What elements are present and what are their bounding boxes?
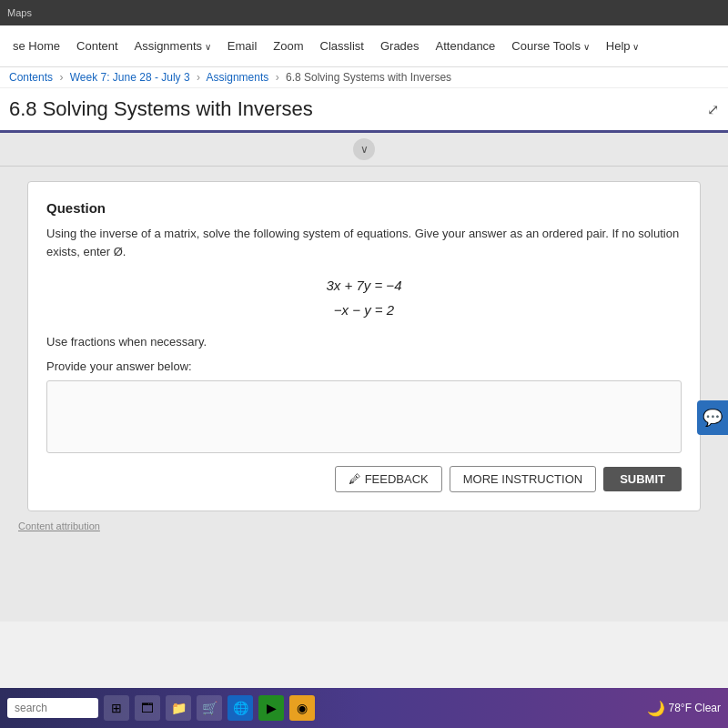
submit-label: SUBMIT	[620, 472, 665, 486]
taskbar-icon-media[interactable]: ▶	[258, 695, 284, 721]
answer-textarea[interactable]	[47, 381, 681, 452]
feedback-icon: 🖉	[349, 472, 360, 486]
equation2: −x − y = 2	[46, 298, 682, 322]
provide-answer-label: Provide your answer below:	[46, 359, 682, 373]
main-content: Question Using the inverse of a matrix, …	[0, 167, 728, 622]
taskbar-right: 🌙 78°F Clear	[647, 700, 722, 717]
breadcrumb-contents[interactable]: Contents	[9, 71, 53, 84]
nav-item-grades[interactable]: Grades	[373, 35, 427, 56]
taskbar-search-input[interactable]	[7, 698, 98, 718]
collapse-button[interactable]: ∨	[353, 138, 375, 160]
nav-item-help[interactable]: Help	[599, 35, 647, 56]
action-buttons: 🖉 FEEDBACK MORE INSTRUCTION SUBMIT	[46, 466, 682, 492]
breadcrumb: Contents › Week 7: June 28 - July 3 › As…	[0, 67, 728, 88]
submit-button[interactable]: SUBMIT	[603, 467, 682, 491]
more-instruction-button[interactable]: MORE INSTRUCTION	[450, 466, 596, 492]
nav-item-content[interactable]: Content	[69, 35, 126, 56]
breadcrumb-assignments[interactable]: Assignments	[207, 71, 269, 84]
feedback-button[interactable]: 🖉 FEEDBACK	[335, 466, 442, 492]
side-chat-icon[interactable]: 💬	[697, 400, 728, 435]
expand-icon[interactable]: ⤢	[707, 101, 719, 118]
weather-icon: 🌙	[647, 700, 665, 717]
breadcrumb-current: 6.8 Solving Systems with Inverses	[286, 71, 451, 84]
answer-input-area[interactable]	[46, 380, 682, 453]
nav-item-assignments[interactable]: Assignments	[127, 35, 218, 56]
question-card: Question Using the inverse of a matrix, …	[27, 181, 701, 511]
nav-item-classlist[interactable]: Classlist	[313, 35, 371, 56]
taskbar-icon-task-view[interactable]: 🗔	[135, 695, 160, 721]
browser-bar-text: Maps	[7, 7, 32, 18]
nav-item-email[interactable]: Email	[220, 35, 265, 56]
nav-item-home[interactable]: se Home	[5, 35, 67, 56]
fractions-note: Use fractions when necessary.	[46, 335, 682, 349]
nav-item-zoom[interactable]: Zoom	[266, 35, 310, 56]
feedback-label: FEEDBACK	[365, 472, 429, 486]
breadcrumb-week[interactable]: Week 7: June 28 - July 3	[70, 71, 190, 84]
page-title-bar: 6.8 Solving Systems with Inverses ⤢	[0, 88, 728, 133]
taskbar-icon-chrome[interactable]: ◉	[289, 695, 315, 721]
equation1: 3x + 7y = −4	[46, 273, 682, 298]
taskbar-icon-explorer[interactable]: 📁	[166, 695, 191, 721]
taskbar-icons: ⊞ 🗔 📁 🛒 🌐 ▶ ◉	[104, 695, 315, 721]
taskbar-icon-edge[interactable]: 🌐	[228, 695, 253, 721]
content-attribution[interactable]: Content attribution	[15, 521, 713, 531]
more-instruction-label: MORE INSTRUCTION	[463, 472, 582, 486]
taskbar: ⊞ 🗔 📁 🛒 🌐 ▶ ◉ 🌙 78°F Clear	[0, 688, 728, 728]
weather-text: 78°F Clear	[669, 702, 722, 714]
browser-bar: Maps	[0, 0, 728, 25]
page-title: 6.8 Solving Systems with Inverses	[9, 97, 313, 121]
question-text: Using the inverse of a matrix, solve the…	[46, 225, 682, 260]
nav-item-course-tools[interactable]: Course Tools	[504, 35, 596, 56]
equations: 3x + 7y = −4 −x − y = 2	[46, 273, 682, 322]
nav-item-attendance[interactable]: Attendance	[429, 35, 503, 56]
taskbar-icon-windows[interactable]: ⊞	[104, 695, 129, 721]
question-label: Question	[46, 200, 682, 216]
taskbar-icon-store[interactable]: 🛒	[197, 695, 222, 721]
nav-bar: se Home Content Assignments Email Zoom C…	[0, 25, 728, 67]
collapse-bar: ∨	[0, 133, 728, 167]
